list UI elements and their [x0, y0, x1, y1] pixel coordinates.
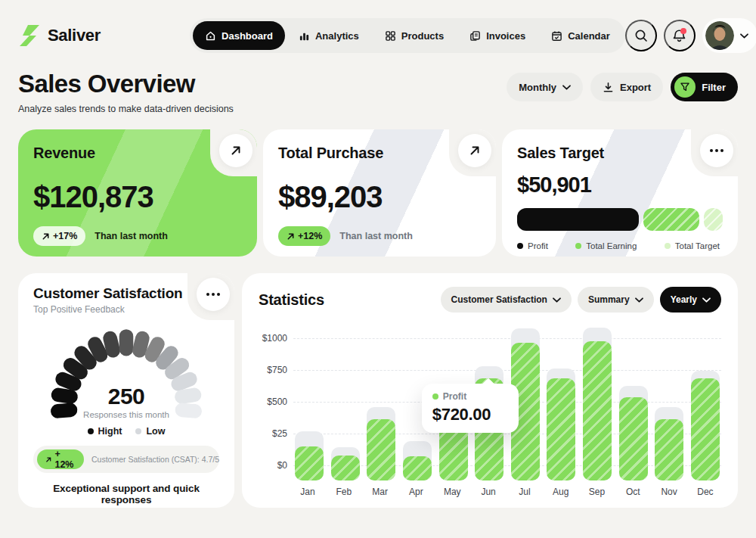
nav-label: Invoices — [486, 30, 525, 42]
x-tick: Dec — [691, 487, 720, 497]
x-tick: Aug — [547, 487, 575, 497]
bar-profit — [403, 456, 432, 480]
target-menu-button[interactable] — [700, 134, 733, 167]
account-menu[interactable] — [702, 18, 756, 53]
legend-item-total-target: Total Target — [665, 241, 720, 250]
legend-low-label: Low — [146, 426, 165, 437]
purchase-change: +12% — [298, 231, 322, 241]
period-label: Monthly — [519, 82, 556, 93]
bar-group-dec[interactable] — [691, 325, 720, 480]
filter-dropdown-summary[interactable]: Summary — [578, 287, 654, 313]
filter-icon-wrap — [674, 76, 696, 98]
bar-group-aug[interactable] — [547, 325, 575, 480]
filter-dropdown-customer-satisfaction[interactable]: Customer Satisfaction — [441, 287, 572, 313]
search-button[interactable] — [625, 20, 657, 51]
grid-icon — [385, 30, 396, 42]
legend-item-total-earning: Total Earning — [575, 241, 637, 250]
filter-dropdown-yearly[interactable]: Yearly — [660, 287, 721, 313]
period-dropdown[interactable]: Monthly — [507, 73, 583, 101]
bar-profit — [367, 419, 395, 480]
filter-label: Summary — [588, 294, 630, 305]
x-tick: Jan — [293, 487, 322, 497]
total-purchase-card: Total Purchase $89,203 +12% Than last mo… — [263, 129, 496, 257]
target-legend: ProfitTotal EarningTotal Target — [517, 241, 723, 250]
statistics-card: Statistics Customer SatisfactionSummaryY… — [242, 273, 738, 508]
bar-profit — [295, 446, 324, 480]
search-icon — [634, 29, 648, 42]
calendar-icon — [551, 30, 562, 42]
export-button[interactable]: Export — [590, 73, 663, 101]
bar-group-feb[interactable] — [331, 325, 360, 480]
statistics-header: Statistics Customer SatisfactionSummaryY… — [259, 287, 721, 313]
x-tick: Nov — [655, 487, 683, 497]
responses-caption: Responses this month — [45, 410, 208, 419]
satisfaction-legend: Hight Low — [33, 426, 219, 437]
csat-summary-pill: + 12% Customer Satisfaction (CSAT): 4.7/… — [33, 446, 219, 473]
bar-group-jan[interactable] — [295, 325, 324, 480]
kpi-row: Revenue $120,873 +17% Than last month To… — [18, 129, 738, 257]
page-subtitle: Analyze sales trends to make data-driven… — [18, 104, 234, 114]
nav-item-products[interactable]: Products — [373, 21, 456, 50]
y-axis: $1000$750$500$25$0 — [259, 325, 293, 480]
arrow-up-right-icon — [287, 232, 295, 241]
y-tick: $0 — [277, 460, 287, 471]
brand-logo-icon — [18, 24, 41, 47]
tooltip-dot — [432, 393, 438, 400]
purchase-note: Than last month — [339, 231, 413, 241]
x-tick: Apr — [401, 487, 430, 497]
customer-satisfaction-card: Customer Satisfaction Top Positive Feedb… — [18, 273, 234, 508]
x-tick: Sep — [583, 487, 612, 497]
legend-item-profit: Profit — [517, 241, 548, 250]
notifications-button[interactable] — [664, 20, 696, 51]
filter-button[interactable]: Filter — [671, 73, 738, 101]
target-segment-total-target — [704, 208, 723, 231]
nav-item-dashboard[interactable]: Dashboard — [193, 21, 285, 50]
bar-profit — [619, 397, 648, 480]
page-header: Sales Overview Analyze sales trends to m… — [18, 70, 738, 114]
brand-name: Saliver — [48, 26, 101, 45]
bar-group-oct[interactable] — [619, 325, 648, 480]
arrow-up-right-icon — [469, 145, 481, 157]
plot-area: Profit $720.00 — [293, 325, 721, 480]
low-dot — [135, 428, 141, 434]
y-tick: $500 — [267, 397, 287, 407]
bar-group-mar[interactable] — [367, 325, 395, 480]
bar-group-sep[interactable] — [583, 325, 612, 480]
x-tick: Jun — [474, 487, 503, 497]
invoice-icon — [469, 30, 481, 42]
sales-target-card: Sales Target $50,901 ProfitTotal Earning… — [502, 129, 738, 257]
statistics-title: Statistics — [259, 291, 324, 309]
x-tick: Mar — [366, 487, 395, 497]
nav-label: Analytics — [315, 30, 359, 42]
satisfaction-menu-button[interactable] — [197, 278, 230, 311]
nav-item-calendar[interactable]: Calendar — [539, 21, 622, 50]
revenue-open-button[interactable] — [219, 134, 253, 167]
bar-profit — [691, 378, 720, 480]
chevron-down-icon — [740, 33, 748, 39]
home-icon — [205, 30, 216, 42]
statistics-filters: Customer SatisfactionSummaryYearly — [441, 287, 721, 313]
nav-label: Products — [401, 30, 444, 42]
target-value: $50,901 — [517, 173, 723, 197]
revenue-note: Than last month — [94, 231, 168, 241]
bar-profit — [655, 419, 683, 480]
y-tick: $25 — [272, 428, 287, 439]
bar-group-nov[interactable] — [655, 325, 683, 480]
chevron-down-icon — [702, 294, 711, 305]
nav-item-invoices[interactable]: Invoices — [457, 21, 538, 50]
notification-dot — [680, 28, 686, 34]
nav-label: Calendar — [568, 30, 610, 42]
bar-profit — [331, 456, 360, 480]
purchase-open-button[interactable] — [458, 134, 491, 167]
ellipsis-icon — [710, 149, 723, 152]
ellipsis-icon — [206, 293, 220, 296]
brand[interactable]: Saliver — [18, 24, 101, 47]
target-segment-total-earning — [643, 208, 699, 231]
purchase-change-badge: +12% — [278, 226, 330, 246]
bottom-row: Customer Satisfaction Top Positive Feedb… — [18, 273, 738, 508]
nav-item-analytics[interactable]: Analytics — [287, 21, 371, 50]
arrow-up-right-icon — [42, 232, 50, 241]
filter-icon — [680, 82, 690, 92]
target-progress-bar — [517, 208, 723, 231]
bar-profit — [583, 341, 612, 480]
